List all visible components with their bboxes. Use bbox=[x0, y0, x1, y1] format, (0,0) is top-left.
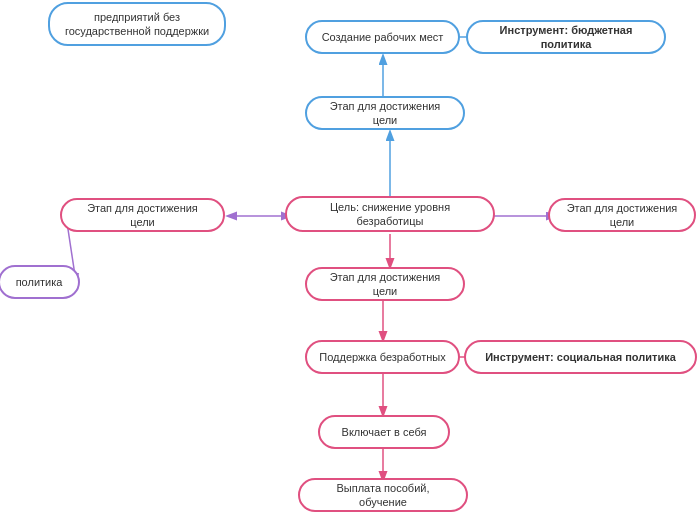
node-tool-social: Инструмент: социальная политика bbox=[464, 340, 697, 374]
node-enterprise: предприятий без государственной поддержк… bbox=[48, 2, 226, 46]
node-includes-label: Включает в себя bbox=[342, 425, 427, 439]
node-stage-right-label: Этап для достижения цели bbox=[562, 201, 682, 230]
node-stage-left: Этап для достижения цели bbox=[60, 198, 225, 232]
node-create-jobs: Создание рабочих мест bbox=[305, 20, 460, 54]
node-stage-left-label: Этап для достижения цели bbox=[74, 201, 211, 230]
node-payout: Выплата пособий, обучение bbox=[298, 478, 468, 512]
node-enterprise-label: предприятий без государственной поддержк… bbox=[62, 10, 212, 39]
node-stage-right: Этап для достижения цели bbox=[548, 198, 696, 232]
node-stage-bottom-label: Этап для достижения цели bbox=[319, 270, 451, 299]
node-stage-top: Этап для достижения цели bbox=[305, 96, 465, 130]
node-support-unemployed: Поддержка безработных bbox=[305, 340, 460, 374]
node-stage-bottom: Этап для достижения цели bbox=[305, 267, 465, 301]
diagram-container: предприятий без государственной поддержк… bbox=[0, 0, 697, 520]
node-support-unemployed-label: Поддержка безработных bbox=[319, 350, 445, 364]
node-main-goal-label: Цель: снижение уровня безработицы bbox=[299, 200, 481, 229]
node-tool-left: политика bbox=[0, 265, 80, 299]
node-stage-top-label: Этап для достижения цели bbox=[319, 99, 451, 128]
node-tool-budget-label: Инструмент: бюджетная политика bbox=[480, 23, 652, 52]
node-main-goal: Цель: снижение уровня безработицы bbox=[285, 196, 495, 232]
node-includes: Включает в себя bbox=[318, 415, 450, 449]
node-tool-budget: Инструмент: бюджетная политика bbox=[466, 20, 666, 54]
node-payout-label: Выплата пособий, обучение bbox=[312, 481, 454, 510]
node-tool-left-label: политика bbox=[16, 275, 63, 289]
node-create-jobs-label: Создание рабочих мест bbox=[322, 30, 444, 44]
node-tool-social-label: Инструмент: социальная политика bbox=[485, 350, 676, 364]
